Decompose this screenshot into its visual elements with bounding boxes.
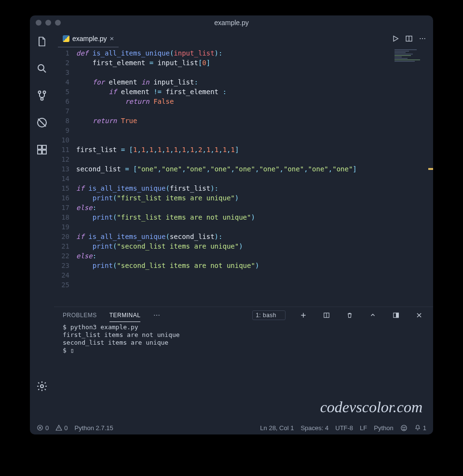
code-content[interactable]: def is_all_items_unique(input_list): fir… bbox=[76, 47, 433, 307]
status-errors[interactable]: 0 bbox=[37, 424, 49, 432]
search-icon[interactable] bbox=[35, 62, 49, 75]
status-python-version[interactable]: Python 2.7.15 bbox=[74, 424, 113, 432]
main-area: example.py × 123456789101112131415161718… bbox=[30, 30, 433, 420]
tab-terminal[interactable]: TERMINAL bbox=[109, 312, 141, 322]
minimap[interactable] bbox=[394, 48, 432, 77]
status-indentation[interactable]: Spaces: 4 bbox=[300, 424, 328, 432]
extensions-icon[interactable] bbox=[35, 143, 49, 156]
tab-bar: example.py × bbox=[54, 30, 433, 47]
tab-filename: example.py bbox=[72, 35, 107, 42]
panel-more-icon[interactable] bbox=[153, 311, 161, 319]
panel-tabs: PROBLEMS TERMINAL 1: bash bbox=[54, 307, 433, 323]
settings-gear-icon[interactable] bbox=[35, 379, 49, 393]
status-cursor-position[interactable]: Ln 28, Col 1 bbox=[260, 424, 294, 432]
svg-point-23 bbox=[405, 427, 405, 427]
scroll-marker bbox=[428, 168, 433, 170]
code-editor[interactable]: 1234567891011121314151617181920212223242… bbox=[54, 47, 433, 307]
svg-point-16 bbox=[159, 315, 160, 316]
close-tab-icon[interactable]: × bbox=[110, 34, 114, 42]
status-feedback-icon[interactable] bbox=[400, 424, 408, 432]
svg-point-13 bbox=[424, 38, 425, 39]
window-controls bbox=[36, 20, 61, 26]
run-icon[interactable] bbox=[389, 32, 402, 45]
editor-column: example.py × 123456789101112131415161718… bbox=[54, 30, 433, 420]
terminal-selector[interactable]: 1: bash bbox=[252, 310, 286, 320]
more-actions-icon[interactable] bbox=[416, 32, 429, 45]
svg-rect-6 bbox=[42, 145, 46, 149]
split-editor-icon[interactable] bbox=[402, 32, 416, 45]
svg-point-15 bbox=[156, 315, 157, 316]
status-warnings[interactable]: 0 bbox=[55, 424, 68, 432]
minimize-window-button[interactable] bbox=[45, 20, 51, 26]
svg-point-22 bbox=[403, 427, 403, 427]
tab-example-py[interactable]: example.py × bbox=[58, 30, 119, 47]
svg-point-2 bbox=[43, 91, 46, 94]
svg-point-9 bbox=[41, 385, 43, 388]
python-file-icon bbox=[63, 35, 69, 42]
svg-point-11 bbox=[420, 38, 421, 39]
debug-icon[interactable] bbox=[35, 116, 49, 129]
new-terminal-icon[interactable] bbox=[298, 310, 309, 321]
svg-rect-8 bbox=[42, 150, 46, 154]
svg-point-0 bbox=[38, 65, 44, 70]
tab-problems[interactable]: PROBLEMS bbox=[63, 312, 97, 319]
editor-window: example.py bbox=[30, 15, 433, 434]
svg-point-21 bbox=[401, 425, 407, 430]
split-terminal-icon[interactable] bbox=[321, 310, 332, 321]
titlebar: example.py bbox=[30, 15, 433, 30]
svg-point-14 bbox=[154, 315, 155, 316]
window-title: example.py bbox=[30, 19, 433, 27]
status-encoding[interactable]: UTF-8 bbox=[335, 424, 353, 432]
toggle-panel-icon[interactable] bbox=[391, 310, 401, 321]
watermark: codevscolor.com bbox=[320, 398, 422, 416]
close-panel-icon[interactable] bbox=[414, 310, 424, 321]
svg-rect-5 bbox=[38, 145, 41, 149]
status-language[interactable]: Python bbox=[374, 424, 393, 432]
activity-bar bbox=[30, 30, 54, 420]
status-notifications[interactable]: 1 bbox=[414, 424, 426, 432]
svg-rect-7 bbox=[38, 150, 41, 154]
kill-terminal-icon[interactable] bbox=[344, 310, 355, 321]
maximize-panel-icon[interactable] bbox=[368, 310, 378, 321]
status-bar: 0 0 Python 2.7.15 Ln 28, Col 1 Spaces: 4… bbox=[30, 421, 433, 434]
explorer-icon[interactable] bbox=[35, 35, 49, 48]
maximize-window-button[interactable] bbox=[55, 20, 61, 26]
svg-point-3 bbox=[41, 98, 43, 100]
line-number-gutter: 1234567891011121314151617181920212223242… bbox=[54, 47, 76, 307]
close-window-button[interactable] bbox=[36, 20, 41, 26]
svg-rect-19 bbox=[396, 313, 399, 317]
status-eol[interactable]: LF bbox=[360, 424, 367, 432]
svg-point-12 bbox=[422, 38, 423, 39]
svg-point-1 bbox=[39, 91, 41, 94]
source-control-icon[interactable] bbox=[35, 89, 49, 102]
